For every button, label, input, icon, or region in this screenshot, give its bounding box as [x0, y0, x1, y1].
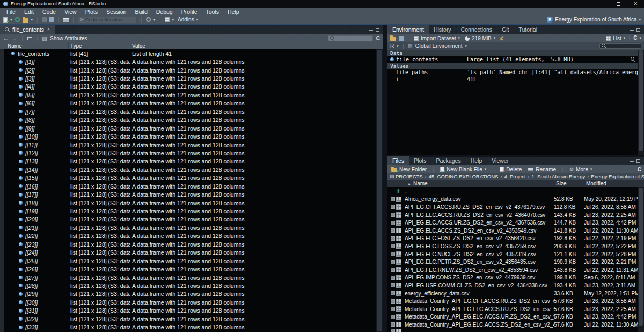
- version-control-caret-icon[interactable]: ▾: [153, 18, 156, 22]
- forward-icon[interactable]: →: [12, 36, 17, 41]
- table-row[interactable]: API_EG.ELC.LOSS.ZS_DS2_en_csv_v2_4357259…: [387, 242, 644, 250]
- file-checkbox[interactable]: [391, 283, 395, 287]
- breadcrumb-item-45-coding-explorations[interactable]: 45_CODING EXPLORATIONS: [429, 174, 499, 179]
- table-row[interactable]: Metadata_Country_API_EG.ELC.ACCS.ZS_DS2_…: [387, 321, 644, 329]
- refresh-icon[interactable]: C: [376, 36, 380, 41]
- table-row[interactable]: API_EG.ELC.ACCS.RU.ZS_DS2_en_csv_v2_4364…: [387, 211, 644, 219]
- table-row[interactable]: energy_efficiency_data.csv33.6 KBMay 12,…: [387, 290, 644, 298]
- viewer-row[interactable]: [[1]]list [121 x 128] (S3: data.frame)A …: [0, 57, 383, 66]
- table-row[interactable]: Metadata_Country_API_EG.CFT.ACCS.RU.ZS_D…: [387, 297, 644, 305]
- viewer-row[interactable]: [[27]]list [121 x 128] (S3: data.frame)A…: [0, 273, 383, 282]
- file-checkbox[interactable]: [391, 322, 395, 327]
- breadcrumb-item-4-project[interactable]: 4. Project: [504, 174, 525, 179]
- viewer-scrollbar-thumb[interactable]: [377, 50, 382, 331]
- goto-file-input[interactable]: [85, 17, 135, 23]
- viewer-row[interactable]: [[32]]list [121 x 128] (S3: data.frame)A…: [0, 315, 383, 323]
- viewer-row[interactable]: [[28]]list [121 x 128] (S3: data.frame)A…: [0, 282, 383, 290]
- breadcrumb-item-1-south-african-energy[interactable]: 1. South African Energy: [532, 174, 586, 179]
- vertical-splitter[interactable]: [383, 25, 387, 332]
- file-checkbox[interactable]: [391, 307, 395, 311]
- files-scrollbar-thumb[interactable]: [639, 188, 643, 326]
- table-row[interactable]: Africa_energy_data.csv52.8 KBMay 20, 202…: [387, 196, 644, 204]
- show-in-new-window-icon[interactable]: [27, 37, 32, 40]
- tab-viewer[interactable]: Viewer: [487, 156, 514, 165]
- viewer-row[interactable]: [[18]]list [121 x 128] (S3: data.frame)A…: [0, 199, 383, 207]
- file-checkbox[interactable]: [391, 228, 395, 233]
- viewer-row[interactable]: [[29]]list [121 x 128] (S3: data.frame)A…: [0, 290, 383, 298]
- workspace-panes-icon[interactable]: [165, 17, 170, 22]
- viewer-search-box[interactable]: [328, 35, 373, 41]
- memory-usage-button[interactable]: 219 MiB ▾: [464, 35, 496, 41]
- env-object-row[interactable]: i41L: [387, 76, 644, 83]
- save-icon[interactable]: [42, 17, 47, 22]
- files-scrollbar[interactable]: [638, 187, 644, 332]
- new-blank-file-button[interactable]: New Blank File ▾: [439, 167, 487, 172]
- viewer-scrollbar[interactable]: [376, 49, 383, 332]
- save-all-icon[interactable]: [49, 17, 54, 22]
- workspace-panes-caret-icon[interactable]: ▾: [172, 18, 174, 22]
- file-checkbox[interactable]: [391, 268, 395, 272]
- table-row[interactable]: Metadata_Country_API_EG.ELC.ACCS.UR.ZS_D…: [387, 313, 644, 321]
- table-row[interactable]: API_EG.USE.COMM.CL.ZS_DS2_en_csv_v2_4364…: [387, 282, 644, 290]
- breadcrumb-root-icon[interactable]: [390, 175, 394, 178]
- table-row[interactable]: Metadata_Country_API_EG.ELC.ACCS.RU.ZS_D…: [387, 305, 644, 313]
- environment-scope-label[interactable]: Global Environment: [415, 43, 463, 49]
- clear-objects-icon[interactable]: [499, 36, 504, 41]
- env-object-row[interactable]: file_paths'fs_path' Named chr [1:41] "al…: [387, 69, 644, 76]
- table-row[interactable]: API_EG.FEC.RNEW.ZS_DS2_en_csv_v2_4353594…: [387, 266, 644, 274]
- menu-edit[interactable]: Edit: [20, 9, 38, 15]
- column-header-type[interactable]: Type: [69, 42, 130, 49]
- tab-history[interactable]: History: [429, 25, 456, 34]
- open-recent-caret-icon[interactable]: ▾: [31, 18, 33, 22]
- open-file-icon[interactable]: [23, 18, 28, 23]
- minimize-icon[interactable]: [599, 4, 604, 4]
- maximize-icon[interactable]: [617, 2, 620, 6]
- menu-profile[interactable]: Profile: [177, 9, 202, 15]
- menu-code[interactable]: Code: [38, 9, 60, 15]
- menu-session[interactable]: Session: [102, 9, 130, 15]
- maximize-pane-icon[interactable]: [636, 28, 640, 32]
- version-control-icon[interactable]: [146, 17, 151, 22]
- show-attributes-checkbox[interactable]: [42, 37, 47, 41]
- tab-files[interactable]: Files: [387, 156, 409, 165]
- table-row[interactable]: API_EG.ELC.NUCL.ZS_DS2_en_csv_v2_4357319…: [387, 250, 644, 258]
- tab-file-contents[interactable]: file_contents ✕: [0, 25, 55, 34]
- file-checkbox[interactable]: [391, 291, 395, 295]
- more-button[interactable]: ⚙ More ▾: [568, 167, 593, 172]
- file-checkbox[interactable]: [391, 299, 395, 304]
- viewer-row[interactable]: [[26]]list [121 x 128] (S3: data.frame)A…: [0, 265, 383, 273]
- viewer-row[interactable]: file_contentslist [41]List of length 41: [0, 49, 383, 57]
- file-checkbox[interactable]: [391, 197, 395, 201]
- inspect-object-icon[interactable]: [631, 57, 635, 62]
- viewer-row[interactable]: [[3]]list [121 x 128] (S3: data.frame)A …: [0, 74, 383, 82]
- parent-directory-row[interactable]: ⬆..: [387, 187, 644, 196]
- file-checkbox[interactable]: [391, 221, 395, 225]
- environment-scrollbar[interactable]: [638, 50, 644, 155]
- tab-tutorial[interactable]: Tutorial: [514, 25, 542, 34]
- viewer-row[interactable]: [[25]]list [121 x 128] (S3: data.frame)A…: [0, 257, 383, 265]
- viewer-row[interactable]: [[16]]list [121 x 128] (S3: data.frame)A…: [0, 182, 383, 190]
- viewer-search-input[interactable]: [336, 36, 371, 41]
- menu-file[interactable]: File: [2, 9, 20, 15]
- viewer-row[interactable]: [[11]]list [121 x 128] (S3: data.frame)A…: [0, 141, 383, 149]
- table-row[interactable]: API_EG.ELC.ACCS.ZS_DS2_en_csv_v2_4353549…: [387, 227, 644, 235]
- print-icon[interactable]: [63, 18, 69, 22]
- close-tab-icon[interactable]: ✕: [47, 27, 50, 32]
- file-checkbox[interactable]: [391, 329, 395, 332]
- viewer-row[interactable]: [[5]]list [121 x 128] (S3: data.frame)A …: [0, 91, 383, 99]
- language-caret-icon[interactable]: ▾: [397, 44, 399, 48]
- viewer-row[interactable]: [[6]]list [121 x 128] (S3: data.frame)A …: [0, 99, 383, 107]
- viewer-row[interactable]: [[4]]list [121 x 128] (S3: data.frame)A …: [0, 83, 383, 91]
- refresh-icon[interactable]: C: [633, 35, 637, 41]
- project-selector[interactable]: R Energy Exploration of South Africa ▾: [547, 17, 641, 23]
- tab-git[interactable]: Git: [497, 25, 514, 34]
- viewer-row[interactable]: [[10]]list [121 x 128] (S3: data.frame)A…: [0, 132, 383, 140]
- viewer-row[interactable]: [[2]]list [121 x 128] (S3: data.frame)A …: [0, 66, 383, 74]
- new-project-icon[interactable]: [15, 17, 20, 22]
- menu-build[interactable]: Build: [130, 9, 151, 15]
- viewer-row[interactable]: [[21]]list [121 x 128] (S3: data.frame)A…: [0, 223, 383, 232]
- file-checkbox[interactable]: [391, 260, 395, 264]
- viewer-row[interactable]: [[7]]list [121 x 128] (S3: data.frame)A …: [0, 107, 383, 116]
- table-row[interactable]: API_EG.IMP.CONS.ZS_DS2_en_csv_v2_4479939…: [387, 274, 644, 282]
- viewer-row[interactable]: [[14]]list [121 x 128] (S3: data.frame)A…: [0, 165, 383, 174]
